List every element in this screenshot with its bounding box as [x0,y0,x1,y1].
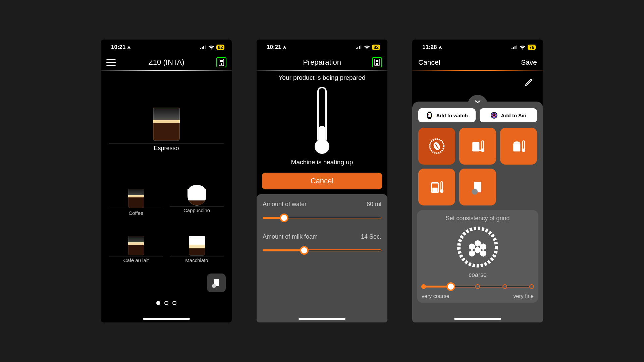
svg-rect-14 [376,63,378,65]
page-indicator[interactable] [101,301,232,305]
home-indicator[interactable] [299,318,345,320]
svg-rect-16 [513,47,514,49]
home-indicator[interactable] [143,318,190,320]
page-title: Z10 (INTA) [122,58,211,67]
screen-edit-product: 11:28 76 Cancel Save Add to watch [412,40,543,322]
hero-product[interactable]: Espresso [101,104,232,152]
svg-rect-20 [428,112,431,113]
battery-indicator: 76 [528,45,536,50]
water-temp-icon [427,178,446,196]
product-cappuccino[interactable]: Cappuccino [170,189,224,216]
product-label: Café au lait [109,256,163,263]
add-to-siri-button[interactable]: Add to Siri [480,108,537,122]
grind-detail-panel: Set consistency of grind coarse [417,210,538,303]
svg-rect-39 [441,182,442,190]
tile-milk-temp[interactable] [500,128,537,165]
save-button[interactable]: Save [521,58,537,66]
thermometer-icon [315,87,329,154]
svg-rect-15 [512,48,513,49]
product-macchiato[interactable]: Macchiato [170,236,224,263]
product-label: Cappuccino [170,206,224,213]
machine-status-button[interactable] [216,57,226,67]
svg-rect-19 [427,113,431,118]
status-time: 10:21 [111,44,125,51]
svg-marker-48 [480,250,486,257]
location-icon [127,45,131,50]
tile-coffee-temp[interactable] [459,128,496,165]
status-bar: 10:21 82 [101,40,232,55]
svg-point-25 [430,116,430,116]
watch-icon [426,112,433,119]
svg-rect-11 [361,46,362,49]
svg-rect-18 [516,46,517,49]
svg-rect-35 [523,141,524,149]
coffee-machine-icon [218,59,224,66]
page-dot [156,301,160,305]
svg-marker-46 [475,247,481,253]
header: Cancel Save [412,55,543,70]
cafe-au-lait-cup-icon [128,236,144,255]
page-dot [172,301,176,305]
param-value: 14 Sec. [361,233,381,240]
milk-temp-icon [509,137,528,156]
cup-settings-icon [211,278,221,288]
milk-foam-slider[interactable] [263,246,381,254]
wifi-icon [208,45,214,50]
svg-rect-5 [220,60,223,62]
svg-rect-21 [428,118,431,119]
grind-value-label: coarse [422,272,534,279]
coffee-temp-icon [468,137,487,156]
svg-point-33 [481,148,485,152]
svg-marker-43 [475,240,481,247]
grind-icon [427,137,446,156]
svg-point-36 [522,148,526,152]
screen-product-list: 10:21 82 Z10 (INTA) [101,40,232,322]
page-dot [164,301,168,305]
svg-marker-45 [480,243,486,250]
svg-marker-47 [469,250,475,257]
screen-preparation: 10:21 82 Preparation Your product is bei… [257,40,387,322]
svg-point-40 [440,189,444,193]
machine-status-button[interactable] [372,57,382,67]
cancel-button[interactable]: Cancel [418,58,440,66]
svg-point-7 [212,284,216,288]
grind-min-label: very coarse [422,293,449,299]
svg-rect-38 [432,188,438,192]
status-bar: 10:21 82 [257,40,387,55]
svg-rect-2 [203,46,204,49]
grind-slider[interactable] [424,282,532,291]
menu-button[interactable] [106,59,122,66]
svg-rect-32 [482,141,483,149]
svg-rect-17 [515,46,516,49]
home-indicator[interactable] [454,318,501,320]
svg-point-41 [472,189,478,195]
svg-rect-0 [200,48,201,49]
svg-point-22 [428,114,429,115]
cancel-button[interactable]: Cancel [262,173,382,189]
wifi-icon [364,45,370,50]
svg-rect-13 [376,60,378,62]
product-coffee[interactable]: Coffee [109,189,163,216]
svg-rect-10 [359,46,360,49]
grind-title: Set consistency of grind [422,215,534,222]
espresso-cup-icon [153,108,180,141]
battery-indicator: 82 [216,45,224,50]
product-cafe-au-lait[interactable]: Café au lait [109,236,163,263]
header: Preparation [257,55,387,70]
svg-marker-44 [469,243,475,250]
edit-name-button[interactable] [524,77,534,88]
custom-drink-button[interactable] [207,274,226,292]
param-label: Amount of water [263,201,307,208]
add-to-watch-button[interactable]: Add to watch [418,108,476,122]
location-icon [282,45,287,50]
coffee-machine-icon [374,59,380,66]
water-slider[interactable] [263,214,381,222]
cellular-icon [512,45,518,49]
tile-cup-size[interactable] [459,169,496,205]
tile-water-temp[interactable] [418,169,455,205]
svg-rect-1 [202,47,203,49]
tile-grind[interactable] [418,128,455,165]
product-label: Macchiato [170,256,224,263]
location-icon [438,45,442,50]
pencil-icon [524,77,534,87]
